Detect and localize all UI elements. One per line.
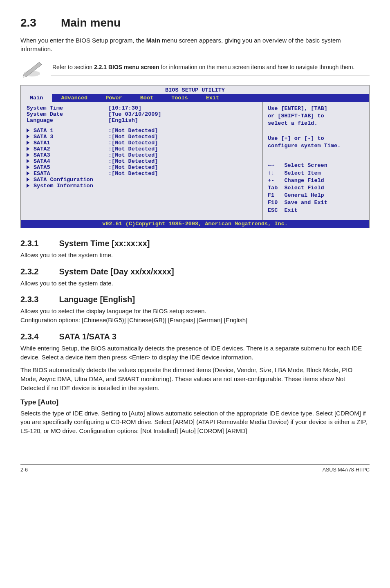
- heading-title: Main menu: [61, 16, 121, 29]
- section-number: 2.3.2: [20, 267, 38, 276]
- triangle-icon: [27, 158, 34, 164]
- intro-bold: Main: [146, 37, 160, 44]
- triangle-icon: [27, 164, 34, 171]
- triangle-icon: [27, 152, 34, 158]
- section-heading: 2.3.4SATA 1/SATA 3: [20, 332, 370, 341]
- bios-tab-boot: Boot: [131, 94, 162, 102]
- note-text-1: Refer to section: [52, 64, 94, 70]
- bios-label: Language: [27, 117, 108, 123]
- bios-label: System Information: [27, 183, 108, 189]
- section-number: 2.3.3: [20, 295, 38, 304]
- bios-tab-tools: Tools: [162, 94, 197, 102]
- section-number: 2.3.1: [20, 239, 38, 248]
- bios-label: SATA Configuration: [27, 177, 108, 183]
- section-title: System Time [xx:xx:xx]: [59, 239, 150, 248]
- section-paragraph: Allows you to select the display languag…: [20, 307, 370, 325]
- bios-row: SATA1:[Not Detected]: [27, 140, 257, 146]
- bios-row: SATA 1:[Not Detected]: [27, 128, 257, 134]
- bios-row: SATA 3:[Not Detected]: [27, 134, 257, 140]
- bios-row: System Time[10:17:30]: [27, 105, 257, 111]
- section-title: Language [English]: [59, 295, 135, 304]
- bios-value: [10:17:30]: [108, 105, 141, 111]
- bios-main-panel: System Time[10:17:30]System Date[Tue 03/…: [21, 102, 263, 220]
- section-heading: 2.3.3Language [English]: [20, 295, 370, 304]
- note-text-2: for information on the menu screen items…: [159, 64, 354, 70]
- bios-value: [Tue 03/10/2009]: [108, 111, 161, 117]
- bios-value: :[Not Detected]: [108, 158, 158, 164]
- type-heading: Type [Auto]: [20, 398, 370, 406]
- bios-label: SATA 1: [27, 128, 108, 134]
- bios-tab-bar: MainAdvancedPowerBootToolsExit: [21, 94, 369, 102]
- footer-product: ASUS M4A78-HTPC: [323, 467, 370, 473]
- bios-help-panel: Use [ENTER], [TAB] or [SHIFT-TAB] to sel…: [263, 102, 369, 220]
- bios-row: Language[English]: [27, 117, 257, 123]
- section-paragraph: The BIOS automatically detects the value…: [20, 366, 370, 392]
- triangle-icon: [27, 146, 34, 152]
- bios-title: BIOS SETUP UTILITY: [21, 85, 369, 94]
- bios-label: SATA3: [27, 152, 108, 158]
- bios-row: SATA2:[Not Detected]: [27, 146, 257, 152]
- page-heading: 2.3Main menu: [20, 16, 370, 29]
- section-heading: 2.3.1System Time [xx:xx:xx]: [20, 239, 370, 248]
- bios-value: [English]: [108, 117, 138, 123]
- bios-row: SATA4:[Not Detected]: [27, 158, 257, 164]
- bios-row: System Information: [27, 183, 257, 189]
- note-pencil-icon: [20, 59, 43, 78]
- triangle-icon: [27, 177, 34, 183]
- footer-page-number: 2-6: [20, 467, 28, 473]
- bios-value: :[Not Detected]: [108, 171, 158, 177]
- bios-row: System Date[Tue 03/10/2009]: [27, 111, 257, 117]
- section-title: SATA 1/SATA 3: [59, 332, 116, 341]
- section-paragraph: Allows you to set the system time.: [20, 251, 370, 260]
- triangle-icon: [27, 128, 34, 134]
- bios-row: SATA5:[Not Detected]: [27, 164, 257, 171]
- bios-label: SATA1: [27, 140, 108, 146]
- bios-tab-main: Main: [21, 94, 52, 102]
- bios-tab-power: Power: [96, 94, 131, 102]
- bios-help-keys: ←→ Select Screen ↑↓ Select Item +- Chang…: [268, 162, 364, 214]
- bios-copyright: v02.61 (C)Copyright 1985-2008, American …: [21, 220, 369, 228]
- bios-label: SATA 3: [27, 134, 108, 140]
- triangle-icon: [27, 183, 34, 189]
- bios-row: ESATA:[Not Detected]: [27, 171, 257, 177]
- intro-text-1: When you enter the BIOS Setup program, t…: [20, 37, 146, 44]
- bios-label: System Date: [27, 111, 108, 117]
- triangle-icon: [27, 134, 34, 140]
- section-paragraph: Allows you to set the system date.: [20, 279, 370, 288]
- bios-row: SATA Configuration: [27, 177, 257, 183]
- bios-tab-exit: Exit: [197, 94, 228, 102]
- bios-label: System Time: [27, 105, 108, 111]
- type-paragraph: Selects the type of IDE drive. Setting t…: [20, 409, 370, 435]
- bios-value: :[Not Detected]: [108, 134, 158, 140]
- intro-paragraph: When you enter the BIOS Setup program, t…: [20, 36, 370, 53]
- bios-value: :[Not Detected]: [108, 152, 158, 158]
- section-heading: 2.3.2System Date [Day xx/xx/xxxx]: [20, 267, 370, 276]
- bios-value: :[Not Detected]: [108, 164, 158, 171]
- section-paragraph: While entering Setup, the BIOS automatic…: [20, 344, 370, 362]
- bios-label: SATA5: [27, 164, 108, 171]
- note-bold: 2.2.1 BIOS menu screen: [94, 64, 159, 70]
- bios-label: ESATA: [27, 171, 108, 177]
- note-text: Refer to section 2.2.1 BIOS menu screen …: [51, 59, 370, 76]
- section-title: System Date [Day xx/xx/xxxx]: [59, 267, 174, 276]
- heading-number: 2.3: [20, 16, 36, 29]
- bios-label: SATA4: [27, 158, 108, 164]
- section-number: 2.3.4: [20, 332, 38, 341]
- triangle-icon: [27, 171, 34, 177]
- bios-label: SATA2: [27, 146, 108, 152]
- bios-row: SATA3:[Not Detected]: [27, 152, 257, 158]
- bios-help-top: Use [ENTER], [TAB] or [SHIFT-TAB] to sel…: [268, 105, 364, 150]
- bios-value: :[Not Detected]: [108, 146, 158, 152]
- bios-tab-advanced: Advanced: [52, 94, 96, 102]
- triangle-icon: [27, 140, 34, 146]
- bios-value: :[Not Detected]: [108, 128, 158, 134]
- bios-screenshot: BIOS SETUP UTILITY MainAdvancedPowerBoot…: [20, 85, 370, 228]
- bios-value: :[Not Detected]: [108, 140, 158, 146]
